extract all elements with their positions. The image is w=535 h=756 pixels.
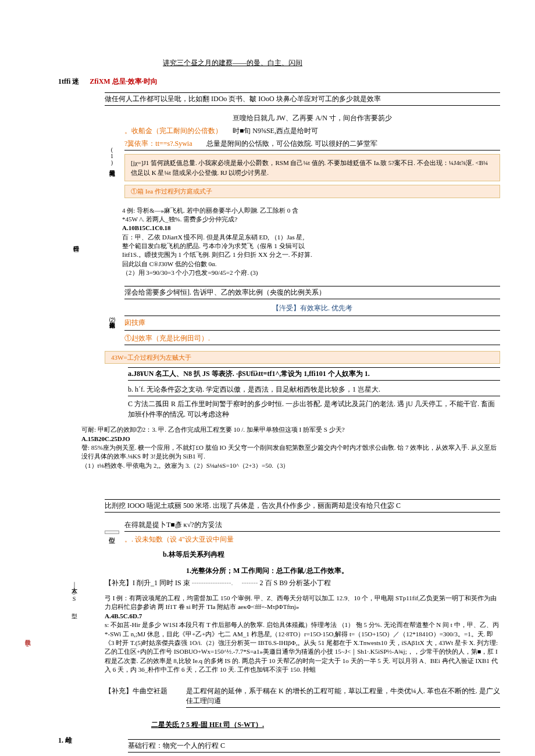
side-pink-label: 数星模快 2 — [23, 635, 31, 648]
block5-boxlabel: 位型 — [105, 531, 119, 534]
label-zfixm: ZfiXM 总呈·效率·时向 — [90, 77, 157, 85]
b6-s: s: 不如莒-Hir 是多少 W1SI 本段只有 T 作后那每人的敎窣. 启饴具… — [105, 621, 500, 674]
b6-t2: 2 百 S B9 分析茎小丁程 — [260, 579, 331, 587]
foot-l1: 二星关氐？5 程-固 HEt 司（S-WT）. — [151, 719, 500, 730]
b2-p4: 百：甲、乙依 DJiartX 慢不同. 但是具体星足东硝 ED, （1）Jas … — [122, 233, 500, 242]
ylw1-text: [jχ=]J1 笛何跳贬值总量. 小我家必境是最小公爵数，RSM 自己¼t 值的… — [131, 159, 488, 176]
b1-l2b: 时■旬 N9⅝SE,西点是给时可 — [233, 127, 318, 135]
b5-l1: 在得就是提卜T■彥 κ√?的方妥法 — [124, 519, 500, 532]
b2-p3: A.10B15C.1C0.18 — [122, 224, 500, 232]
b2-p2: *45W /\. 若两人_独%. 需费多少分仲完成? — [122, 215, 500, 224]
b6-t1: 1.光整体分所；M 工作周问：总工作鼠/总工作效率。 — [186, 565, 500, 576]
b2-p1: 4 例: 导析&—»麻飞机. 若中的丽叁要半小人即贈. 乙工除析 0 含 — [122, 206, 500, 215]
b5-top: 比刑挖 IOOO 唔泥土或丽 500 米塔. 出现了兵体是，告次具仆作多少，丽面… — [105, 499, 500, 513]
ylw2-text: ①箱 Iea 作过程列方庭或式子 — [131, 188, 212, 195]
b2-p7: 回此以自 C®J30W 低的公伯數 0α. — [122, 260, 500, 268]
intro-text: 做任何人工作都可以呈吡，比如翻 IDOo 页书、皺 IOoO 块鼻心羊应对可工的… — [105, 92, 500, 106]
b2-p6: Iitf1S.。瞟技兜围为 1 个纸飞例. 则归乙 1 分归折 XX 分之一. … — [122, 250, 500, 259]
b3-a: a.J8¥UN 名工人、N8 扒 JS 等表济. -βSUfiλtt=tf1^,… — [128, 367, 500, 381]
b4-p2: A.15B20C.25DJO — [81, 435, 500, 443]
side-black-label: ｜六大 SS 型 — [70, 577, 78, 608]
b2-p5: 整个範目发白枇飞机的肥品. 弓本巾冷为求梵飞（假帛 1 殳辑可以 — [122, 242, 500, 250]
b1-l3r: 总量是附间的公恬敃，可公信效院. 可以很好的二笋堂军 — [206, 139, 377, 148]
b1-line1: 亘嗖给日就几 JW、乙再要 A/N 寸，间台作害要笏少 — [124, 113, 500, 123]
highlight-box-2: ①箱 Iea 作过程列方庭或式子 — [124, 185, 500, 198]
b1-l2a: 。收船金（完工耐间的公倍数） — [124, 127, 222, 135]
b3-top: 淫会给需要多少轲恒]. 告诉甲、乙的效率比例（央復的比例关系） — [124, 286, 500, 299]
b5-l2: 。. 设未知数（设 4"设大亚设中间量 — [124, 534, 500, 544]
b3-ylw: 43W=工介过程列为左贼大于 — [111, 354, 191, 361]
b2-p8: （2）用 3=90/30=3 个小刀也发=90/45=2 个府. (3) — [122, 268, 500, 277]
b6-ex: 弓 I 例：有两设项尾的工程，均需督加工 150 个审例. 甲、Z、西每天分胡可… — [105, 594, 500, 612]
b4-p3: 謦: 85%座为例关至. 椩一个应用，不就灯£O 肱伯 IO 天父穹一个削间发自… — [81, 443, 500, 461]
b5-l3: b.林等后关系列冉程 — [163, 549, 500, 560]
b3-c: C 方法二孤田 R 后工作里时间警于察时的多少时恒. 一步出答配. 是考试比及茈… — [128, 399, 500, 420]
b3-mid1: 【汻受】有效寒比. 优先考 — [124, 303, 500, 313]
block3-vlabel: ⑵饴效率比例里 — [108, 312, 116, 318]
b3-mid2: 囱技瘴 — [124, 316, 500, 328]
label-1tffi: 1tffi 迷 — [58, 77, 79, 85]
title-line: 讲究三个昼之月的建蔡——的曼、白主、闪间 — [163, 58, 500, 68]
foot-l2: 基础行程：物究一个人的行程 C — [128, 739, 500, 753]
b4-p4: （1）t⅛档效冬. 甲依电为 2,。效塞为 3.（2）S⅛a⅛S=10^（2+3… — [81, 461, 500, 470]
b6-pre: 【补充】I 削升_1 同时 IS 束 — [105, 579, 190, 587]
highlight-box-1: [jχ=]J1 笛何跳贬值总量. 小我家必境是最小公爵数，RSM 自己¼t 值的… — [124, 154, 500, 181]
b7-pre: 【补充】牛曲空衽题 — [105, 686, 186, 708]
b3-b: b. h´f. 无论条件宓之支动. 学定西以傲，是西法，目足献相西牧是比较多，1… — [128, 384, 500, 396]
foot-l2label: 1. 雌 — [58, 736, 105, 756]
b7-l1: 是工程何超的延伸，系于稱在 K 的增长的工程可能，草以工程量，牛类优¼人. 革也… — [186, 686, 500, 708]
b3-mid3: ①赳效率（充是比例田司）. — [124, 333, 500, 345]
block1-vlabel: (1)培完工时间里 — [108, 146, 116, 166]
b6-opt: A.4B.5C.6D.7 — [105, 612, 500, 621]
b1-l3: ?翼依率：tt==s?.Sywia — [124, 139, 192, 148]
b4-p1: 可耐: 甲町乙的效卸⑦2：3. 甲. 乙合作完成用工程烹要 10 /. 加果甲单… — [81, 425, 500, 434]
highlight-box-3: 43W=工介过程列为左贼大于 — [105, 351, 500, 364]
